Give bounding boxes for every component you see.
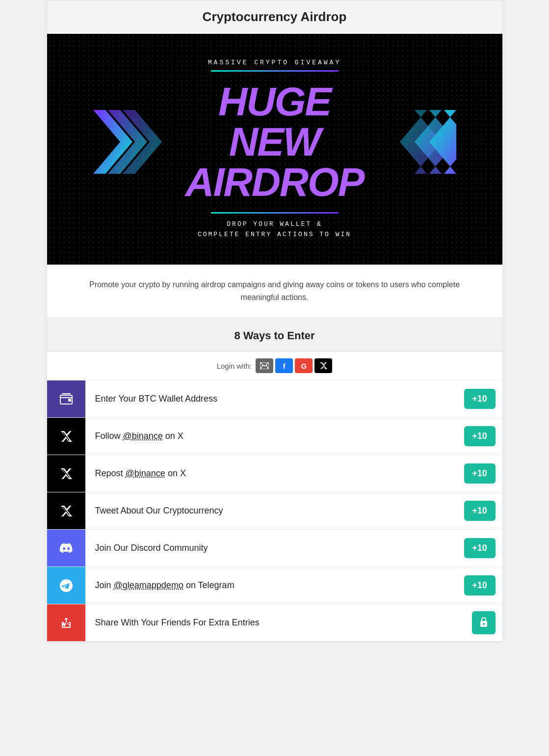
x-icon-box-3 [47, 492, 85, 529]
login-facebook-button[interactable]: f [275, 358, 293, 373]
entry-follow-points[interactable]: +10 [464, 426, 496, 446]
chevron-group-right [388, 110, 456, 174]
svg-point-15 [483, 623, 485, 625]
hero-banner: MASSIVE CRYPTO GIVEAWAY [47, 34, 502, 265]
entry-repost-text: Repost @binance on X [85, 462, 464, 485]
hero-divider-bottom [211, 212, 339, 214]
svg-marker-5 [429, 110, 456, 174]
x-icon-box-2 [47, 455, 85, 492]
hero-subtitle-top: MASSIVE CRYPTO GIVEAWAY [208, 59, 341, 66]
telegram-icon-box [47, 567, 85, 604]
entry-discord-points[interactable]: +10 [464, 538, 496, 558]
page-header: Cryptocurrency Airdrop [47, 0, 502, 34]
login-email-button[interactable] [256, 358, 273, 373]
entry-telegram-text: Join @gleamappdemo on Telegram [85, 574, 464, 596]
entry-telegram-points[interactable]: +10 [464, 575, 496, 595]
entry-follow-x: Follow @binance on X +10 [47, 418, 502, 455]
entry-tweet-points[interactable]: +10 [464, 501, 496, 521]
x-icon-box-1 [47, 418, 85, 455]
login-icons: f G [256, 358, 332, 373]
entry-share-lock[interactable] [472, 611, 496, 634]
hero-title-row: HUGE NEW AIRDROP [47, 81, 502, 202]
entry-btc-points[interactable]: +10 [464, 389, 496, 409]
entry-btc-wallet: Enter Your BTC Wallet Address +10 [47, 380, 502, 418]
entry-telegram: Join @gleamappdemo on Telegram +10 [47, 567, 502, 604]
entry-repost-x: Repost @binance on X +10 [47, 455, 502, 492]
hero-main-text: HUGE NEW AIRDROP [172, 81, 378, 202]
entry-tweet: Tweet About Our Cryptocurrency +10 [47, 492, 502, 530]
entry-btc-text: Enter Your BTC Wallet Address [85, 388, 464, 410]
entry-follow-text: Follow @binance on X [85, 425, 464, 447]
login-row: Login with: f G [47, 351, 502, 380]
login-x-button[interactable] [314, 358, 332, 373]
entry-repost-points[interactable]: +10 [464, 463, 496, 484]
hero-subtitle-bottom: DROP YOUR WALLET & COMPLETE ENTRY ACTION… [198, 219, 351, 240]
description-text: Promote your crypto by running airdrop c… [77, 278, 473, 303]
svg-text:♥: ♥ [62, 621, 66, 628]
hero-line1: HUGE NEW [172, 81, 378, 162]
entry-share-text: Share With Your Friends For Extra Entrie… [85, 612, 472, 634]
hero-divider-top [211, 70, 339, 72]
ways-section: 8 Ways to Enter [47, 318, 502, 351]
right-arrows [388, 110, 456, 174]
discord-icon-box [47, 530, 85, 567]
binance-link-2[interactable]: @binance [126, 468, 165, 478]
page-title: Cryptocurrency Airdrop [57, 9, 493, 25]
login-label: Login with: [217, 362, 252, 370]
entry-discord: Join Our Discord Community +10 [47, 530, 502, 567]
gleam-link[interactable]: @gleamappdemo [114, 580, 183, 590]
hero-line2: AIRDROP [172, 162, 378, 202]
binance-link-1[interactable]: @binance [123, 431, 163, 441]
chevron-group-left [93, 110, 162, 174]
entry-discord-text: Join Our Discord Community [85, 537, 464, 559]
share-icon-box: ♥ [47, 604, 85, 641]
wallet-icon-box [47, 380, 85, 417]
description-section: Promote your crypto by running airdrop c… [47, 265, 502, 318]
left-arrows [93, 110, 162, 174]
ways-title: 8 Ways to Enter [57, 329, 493, 342]
entries-list: Enter Your BTC Wallet Address +10 Follow… [47, 380, 502, 642]
login-google-button[interactable]: G [295, 358, 313, 373]
entry-share: ♥ Share With Your Friends For Extra Entr… [47, 604, 502, 642]
svg-rect-11 [68, 399, 71, 402]
entry-tweet-text: Tweet About Our Cryptocurrency [85, 500, 464, 522]
